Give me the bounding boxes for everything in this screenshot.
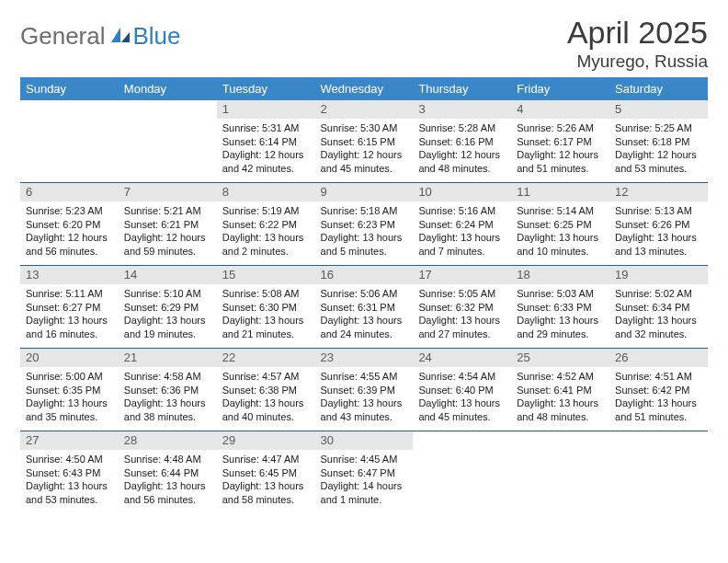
sunset-line: Sunset: 6:22 PM	[222, 218, 310, 232]
day-details: Sunrise: 5:30 AMSunset: 6:15 PMDaylight:…	[315, 119, 414, 179]
sunrise-line: Sunrise: 5:06 AM	[321, 287, 408, 301]
sunrise-line: Sunrise: 5:08 AM	[222, 287, 310, 301]
daylight-line: Daylight: 13 hours and 2 minutes.	[222, 231, 310, 259]
day-number: 29	[217, 431, 315, 450]
svg-marker-0	[111, 28, 120, 42]
calendar-cell-empty	[413, 431, 511, 513]
daylight-line: Daylight: 12 hours and 53 minutes.	[615, 148, 702, 176]
sunrise-line: Sunrise: 5:14 AM	[517, 204, 604, 218]
sunrise-line: Sunrise: 5:03 AM	[517, 287, 604, 301]
daylight-line: Daylight: 13 hours and 19 minutes.	[124, 314, 211, 341]
day-details: Sunrise: 5:16 AMSunset: 6:24 PMDaylight:…	[413, 201, 511, 262]
day-number: 18	[511, 266, 609, 284]
daylight-line: Daylight: 13 hours and 38 minutes.	[124, 396, 211, 424]
daylight-line: Daylight: 13 hours and 13 minutes.	[615, 231, 702, 259]
calendar-cell: 28Sunrise: 4:48 AMSunset: 6:44 PMDayligh…	[119, 431, 217, 513]
daylight-line: Daylight: 13 hours and 32 minutes.	[615, 314, 702, 341]
calendar-cell: 21Sunrise: 4:58 AMSunset: 6:36 PMDayligh…	[119, 348, 217, 431]
sunrise-line: Sunrise: 5:19 AM	[222, 204, 310, 218]
sunrise-line: Sunrise: 4:52 AM	[517, 370, 604, 384]
daylight-line: Daylight: 13 hours and 16 minutes.	[26, 314, 113, 341]
day-details: Sunrise: 4:48 AMSunset: 6:44 PMDaylight:…	[119, 450, 217, 511]
day-details: Sunrise: 5:26 AMSunset: 6:17 PMDaylight:…	[511, 119, 609, 179]
calendar-cell-empty	[511, 431, 609, 513]
daylight-line: Daylight: 13 hours and 24 minutes.	[321, 314, 408, 341]
sunrise-line: Sunrise: 5:21 AM	[124, 204, 211, 218]
daylight-line: Daylight: 13 hours and 58 minutes.	[222, 479, 310, 507]
calendar-table: Sunday Monday Tuesday Wednesday Thursday…	[20, 77, 708, 513]
day-number: 15	[217, 266, 315, 284]
calendar-body: 1Sunrise: 5:31 AMSunset: 6:14 PMDaylight…	[20, 100, 708, 513]
daylight-line: Daylight: 12 hours and 42 minutes.	[222, 148, 310, 176]
sunset-line: Sunset: 6:20 PM	[26, 218, 113, 232]
sunset-line: Sunset: 6:16 PM	[418, 135, 506, 149]
calendar-row: 6Sunrise: 5:23 AMSunset: 6:20 PMDaylight…	[20, 182, 708, 265]
daylight-line: Daylight: 13 hours and 56 minutes.	[124, 479, 211, 507]
daylight-line: Daylight: 13 hours and 48 minutes.	[517, 396, 604, 424]
sunset-line: Sunset: 6:27 PM	[26, 301, 113, 315]
calendar-row: 27Sunrise: 4:50 AMSunset: 6:43 PMDayligh…	[20, 431, 708, 513]
day-number: 19	[609, 266, 708, 284]
weekday-friday: Friday	[511, 77, 609, 100]
sunrise-line: Sunrise: 5:26 AM	[517, 121, 604, 135]
daylight-line: Daylight: 13 hours and 35 minutes.	[26, 396, 113, 424]
day-number: 24	[413, 349, 511, 367]
day-number: 13	[20, 266, 119, 284]
daylight-line: Daylight: 13 hours and 43 minutes.	[321, 396, 408, 424]
calendar-cell: 17Sunrise: 5:05 AMSunset: 6:32 PMDayligh…	[413, 265, 511, 348]
daylight-line: Daylight: 12 hours and 45 minutes.	[321, 148, 408, 176]
logo-text-blue: Blue	[133, 22, 181, 51]
day-details: Sunrise: 4:51 AMSunset: 6:42 PMDaylight:…	[609, 367, 708, 428]
calendar-cell: 16Sunrise: 5:06 AMSunset: 6:31 PMDayligh…	[315, 265, 414, 348]
calendar-cell: 27Sunrise: 4:50 AMSunset: 6:43 PMDayligh…	[20, 431, 119, 513]
sunrise-line: Sunrise: 5:10 AM	[124, 287, 211, 301]
weekday-thursday: Thursday	[413, 77, 511, 100]
sunset-line: Sunset: 6:24 PM	[418, 218, 506, 232]
sunset-line: Sunset: 6:30 PM	[222, 301, 310, 315]
sunrise-line: Sunrise: 4:45 AM	[321, 453, 408, 466]
day-details: Sunrise: 5:31 AMSunset: 6:14 PMDaylight:…	[217, 119, 315, 179]
daylight-line: Daylight: 13 hours and 7 minutes.	[418, 231, 506, 259]
weekday-header-row: Sunday Monday Tuesday Wednesday Thursday…	[20, 77, 708, 100]
sunset-line: Sunset: 6:34 PM	[615, 301, 702, 315]
sunrise-line: Sunrise: 5:13 AM	[615, 204, 702, 218]
sunset-line: Sunset: 6:42 PM	[615, 384, 702, 397]
logo: General Blue	[20, 17, 181, 51]
sunset-line: Sunset: 6:43 PM	[26, 466, 113, 480]
calendar-cell: 26Sunrise: 4:51 AMSunset: 6:42 PMDayligh…	[609, 348, 708, 431]
calendar-cell: 4Sunrise: 5:26 AMSunset: 6:17 PMDaylight…	[511, 100, 609, 183]
sunrise-line: Sunrise: 4:57 AM	[222, 370, 310, 384]
daylight-line: Daylight: 13 hours and 40 minutes.	[222, 396, 310, 424]
sunset-line: Sunset: 6:47 PM	[321, 466, 408, 480]
day-details: Sunrise: 5:08 AMSunset: 6:30 PMDaylight:…	[217, 284, 315, 345]
calendar-cell: 2Sunrise: 5:30 AMSunset: 6:15 PMDaylight…	[315, 100, 414, 183]
calendar-cell: 6Sunrise: 5:23 AMSunset: 6:20 PMDaylight…	[20, 182, 119, 265]
day-number: 25	[511, 349, 609, 367]
sunrise-line: Sunrise: 5:05 AM	[418, 287, 506, 301]
calendar-row: 1Sunrise: 5:31 AMSunset: 6:14 PMDaylight…	[20, 100, 708, 183]
day-number: 23	[315, 349, 414, 367]
sunset-line: Sunset: 6:26 PM	[615, 218, 702, 232]
sunset-line: Sunset: 6:21 PM	[124, 218, 211, 232]
day-number: 26	[609, 349, 708, 367]
day-details: Sunrise: 4:50 AMSunset: 6:43 PMDaylight:…	[20, 450, 119, 511]
day-details: Sunrise: 5:18 AMSunset: 6:23 PMDaylight:…	[315, 201, 414, 262]
page-title: April 2025	[567, 17, 708, 50]
day-number: 12	[609, 183, 708, 201]
daylight-line: Daylight: 13 hours and 53 minutes.	[26, 479, 113, 507]
daylight-line: Daylight: 12 hours and 51 minutes.	[517, 148, 604, 176]
sunrise-line: Sunrise: 5:11 AM	[26, 287, 113, 301]
day-details: Sunrise: 4:45 AMSunset: 6:47 PMDaylight:…	[315, 450, 414, 511]
logo-text-general: General	[20, 22, 106, 51]
day-number: 27	[20, 431, 119, 450]
daylight-line: Daylight: 14 hours and 1 minute.	[321, 479, 408, 507]
day-number: 9	[315, 183, 414, 201]
calendar-cell: 22Sunrise: 4:57 AMSunset: 6:38 PMDayligh…	[217, 348, 315, 431]
sunset-line: Sunset: 6:44 PM	[124, 466, 211, 480]
day-number: 28	[119, 431, 217, 450]
weekday-monday: Monday	[119, 77, 217, 100]
sunset-line: Sunset: 6:18 PM	[615, 135, 702, 149]
sunrise-line: Sunrise: 5:18 AM	[321, 204, 408, 218]
calendar-cell: 12Sunrise: 5:13 AMSunset: 6:26 PMDayligh…	[609, 182, 708, 265]
sunset-line: Sunset: 6:36 PM	[124, 384, 211, 397]
